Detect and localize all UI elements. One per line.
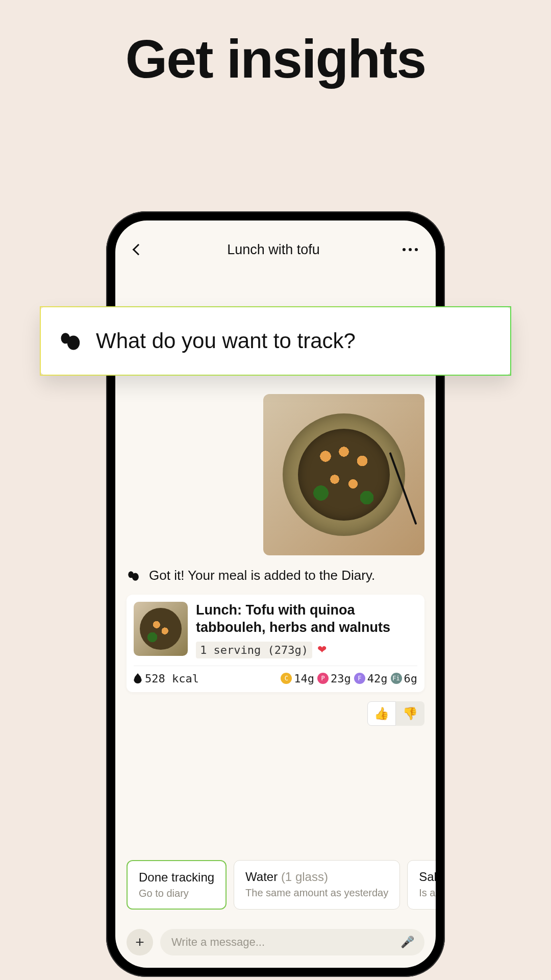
- mic-button[interactable]: 🎤: [400, 936, 414, 949]
- chip-title: Water: [245, 870, 278, 884]
- fiber-value: 6g: [404, 672, 418, 685]
- thumbs-up-icon: 👍: [374, 706, 389, 721]
- macro-carbs: C14g: [281, 672, 314, 685]
- macro-fat: F42g: [354, 672, 388, 685]
- heart-icon[interactable]: ❤: [317, 643, 327, 656]
- svg-point-3: [67, 336, 80, 350]
- fiber-dot-icon: Fi: [391, 673, 402, 684]
- carbs-dot-icon: C: [281, 673, 292, 684]
- meal-card-top: Lunch: Tofu with quinoa tabbouleh, herbs…: [134, 602, 417, 666]
- plus-icon: +: [135, 934, 144, 951]
- chevron-left-icon: [133, 244, 144, 256]
- bot-message-row: Got it! Your meal is added to the Diary.: [127, 568, 424, 583]
- track-prompt-card[interactable]: What do you want to track?: [40, 306, 511, 376]
- macros: C14g P23g F42g Fi6g: [281, 672, 417, 685]
- nav-title: Lunch with tofu: [227, 242, 320, 258]
- track-prompt-text: What do you want to track?: [96, 329, 356, 353]
- leaf-icon: [59, 330, 81, 352]
- chat-area: Got it! Your meal is added to the Diary.…: [115, 394, 436, 968]
- chip-title: Done tracking: [139, 870, 214, 884]
- add-button[interactable]: +: [127, 929, 153, 955]
- more-button[interactable]: [399, 238, 421, 261]
- thumbs-down-icon: 👎: [403, 706, 418, 721]
- suggestion-chips[interactable]: Done tracking Go to diary Water (1 glass…: [127, 860, 436, 910]
- leaf-icon: [127, 569, 140, 582]
- chip-subtitle: Is a co: [419, 887, 436, 899]
- chip-subtitle: Go to diary: [139, 888, 214, 899]
- calories-value: 528 kcal: [145, 672, 199, 685]
- navbar: Lunch with tofu: [115, 220, 436, 266]
- macro-protein: P23g: [317, 672, 351, 685]
- serving-size: 1 serving (273g): [196, 642, 312, 658]
- message-composer: + 🎤: [127, 929, 424, 955]
- user-meal-photo[interactable]: [263, 394, 424, 555]
- mic-icon: 🎤: [400, 936, 414, 948]
- meal-thumbnail: [134, 602, 188, 656]
- meal-serving-row: 1 serving (273g) ❤: [196, 642, 417, 658]
- meal-stats: 528 kcal C14g P23g F42g Fi6g: [134, 666, 417, 685]
- chip-done-tracking[interactable]: Done tracking Go to diary: [127, 860, 227, 910]
- page-heading: Get insights: [0, 28, 551, 90]
- chip-subtitle: The same amount as yesterday: [245, 887, 388, 899]
- carbs-value: 14g: [294, 672, 314, 685]
- fat-value: 42g: [367, 672, 388, 685]
- message-input[interactable]: [160, 929, 424, 955]
- back-button[interactable]: [126, 238, 148, 261]
- chip-detail: (1 glass): [281, 870, 328, 884]
- more-icon: [403, 248, 418, 251]
- meal-title: Lunch: Tofu with quinoa tabbouleh, herbs…: [196, 602, 417, 636]
- protein-value: 23g: [331, 672, 351, 685]
- meal-card[interactable]: Lunch: Tofu with quinoa tabbouleh, herbs…: [127, 595, 424, 692]
- thumbs-down-button[interactable]: 👎: [396, 701, 424, 726]
- flame-icon: [134, 673, 142, 683]
- calories: 528 kcal: [134, 672, 199, 685]
- protein-dot-icon: P: [317, 673, 329, 684]
- plate-illustration: [283, 413, 405, 536]
- macro-fiber: Fi6g: [391, 672, 418, 685]
- chip-salmon[interactable]: Salm Is a co: [407, 860, 436, 910]
- chip-water[interactable]: Water (1 glass) The same amount as yeste…: [234, 860, 400, 910]
- bot-confirmation-text: Got it! Your meal is added to the Diary.: [149, 568, 375, 583]
- meal-info: Lunch: Tofu with quinoa tabbouleh, herbs…: [196, 602, 417, 658]
- svg-point-1: [132, 573, 139, 580]
- chip-title: Salm: [419, 870, 436, 884]
- thumbs-up-button[interactable]: 👍: [367, 701, 396, 726]
- feedback-buttons: 👍 👎: [367, 701, 424, 726]
- fat-dot-icon: F: [354, 673, 365, 684]
